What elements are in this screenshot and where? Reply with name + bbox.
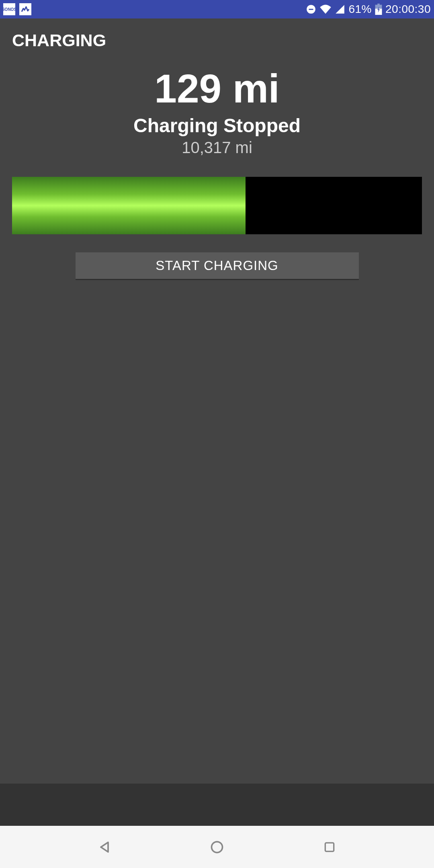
svg-rect-6	[325, 843, 334, 851]
odometer-text: 10,317 mi	[12, 139, 422, 157]
back-button[interactable]	[94, 837, 115, 857]
page-title: CHARGING	[12, 31, 422, 50]
svg-rect-1	[309, 9, 313, 10]
back-triangle-icon	[97, 840, 112, 854]
cell-signal-icon	[335, 4, 345, 14]
home-circle-icon	[210, 840, 224, 854]
svg-point-5	[212, 841, 223, 852]
dnd-icon	[306, 4, 316, 14]
charging-status-text: Charging Stopped	[12, 115, 422, 137]
home-button[interactable]	[207, 837, 227, 857]
status-bar: SONOS 61% 20:00:30	[0, 0, 434, 18]
chart-app-icon	[19, 3, 31, 15]
status-bar-left: SONOS	[3, 3, 31, 15]
battery-charging-icon	[375, 4, 382, 15]
battery-fill	[12, 177, 246, 234]
bottom-bar-spacer	[0, 784, 434, 826]
battery-level-bar	[12, 177, 422, 234]
range-value: 129 mi	[12, 66, 422, 111]
status-bar-right: 61% 20:00:30	[306, 3, 431, 16]
battery-percent-text: 61%	[348, 3, 372, 16]
main-content: CHARGING 129 mi Charging Stopped 10,317 …	[0, 18, 434, 291]
clock-text: 20:00:30	[385, 3, 431, 16]
sonos-app-icon: SONOS	[3, 3, 15, 15]
svg-rect-3	[377, 4, 380, 5]
recents-square-icon	[323, 841, 336, 854]
navigation-bar	[0, 826, 434, 868]
recents-button[interactable]	[319, 837, 340, 857]
range-display: 129 mi Charging Stopped 10,317 mi	[12, 66, 422, 157]
wifi-icon	[319, 3, 332, 15]
start-charging-button[interactable]: START CHARGING	[76, 252, 359, 279]
